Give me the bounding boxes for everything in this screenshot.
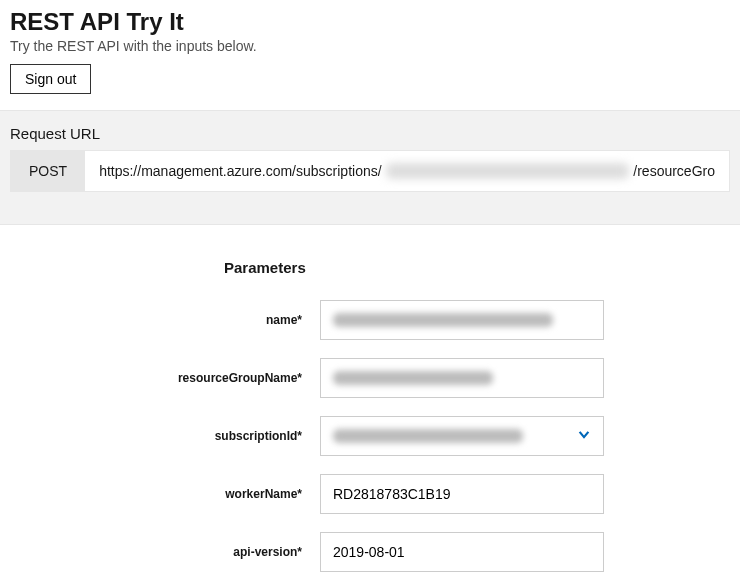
param-label-workername: workerName* xyxy=(10,487,320,501)
param-label-subscriptionid: subscriptionId* xyxy=(10,429,320,443)
param-input-apiversion[interactable] xyxy=(320,532,604,572)
param-input-name[interactable] xyxy=(320,300,604,340)
redacted-value xyxy=(333,371,493,385)
redacted-value xyxy=(333,429,523,443)
param-input-resourcegroup[interactable] xyxy=(320,358,604,398)
sign-out-button[interactable]: Sign out xyxy=(10,64,91,94)
param-select-subscriptionid[interactable] xyxy=(320,416,604,456)
param-label-apiversion: api-version* xyxy=(10,545,320,559)
page-title: REST API Try It xyxy=(10,8,730,36)
url-suffix: /resourceGro xyxy=(633,163,715,179)
param-label-resourcegroup: resourceGroupName* xyxy=(10,371,320,385)
http-method-tag: POST xyxy=(11,151,85,191)
redacted-value xyxy=(333,313,553,327)
param-input-workername[interactable] xyxy=(320,474,604,514)
request-url-input[interactable]: https://management.azure.com/subscriptio… xyxy=(85,151,729,191)
apiversion-field[interactable] xyxy=(333,544,591,560)
chevron-down-icon xyxy=(577,428,591,445)
request-url-row: POST https://management.azure.com/subscr… xyxy=(10,150,730,192)
parameters-heading: Parameters xyxy=(224,259,730,276)
url-prefix: https://management.azure.com/subscriptio… xyxy=(99,163,381,179)
url-redacted-segment xyxy=(386,163,630,179)
page-subtitle: Try the REST API with the inputs below. xyxy=(10,38,730,54)
workername-field[interactable] xyxy=(333,486,591,502)
request-url-label: Request URL xyxy=(10,125,730,142)
param-label-name: name* xyxy=(10,313,320,327)
